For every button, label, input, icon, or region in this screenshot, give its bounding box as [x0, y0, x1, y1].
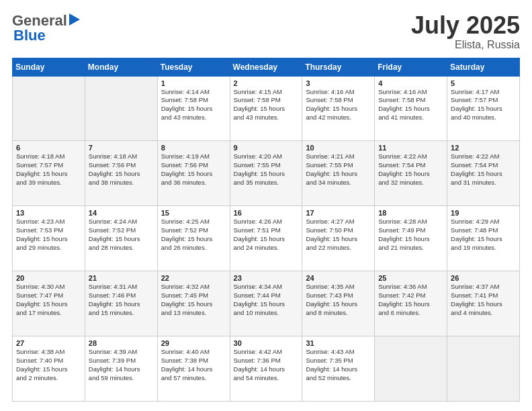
- day-info: Sunrise: 4:38 AM Sunset: 7:40 PM Dayligh…: [16, 348, 81, 382]
- day-number: 31: [306, 339, 371, 347]
- day-number: 16: [234, 209, 299, 217]
- day-number: 22: [161, 274, 226, 282]
- day-number: 18: [378, 209, 443, 217]
- location: Elista, Russia: [411, 39, 520, 51]
- day-info: Sunrise: 4:14 AM Sunset: 7:58 PM Dayligh…: [161, 88, 226, 122]
- calendar-cell: 1Sunrise: 4:14 AM Sunset: 7:58 PM Daylig…: [157, 76, 230, 141]
- day-number: 29: [161, 339, 226, 347]
- day-number: 24: [306, 274, 371, 282]
- day-info: Sunrise: 4:39 AM Sunset: 7:39 PM Dayligh…: [89, 348, 154, 382]
- calendar-cell: 17Sunrise: 4:27 AM Sunset: 7:50 PM Dayli…: [302, 206, 375, 271]
- day-number: 10: [306, 144, 371, 152]
- day-info: Sunrise: 4:28 AM Sunset: 7:49 PM Dayligh…: [378, 218, 443, 252]
- calendar-cell: 12Sunrise: 4:22 AM Sunset: 7:54 PM Dayli…: [447, 141, 520, 206]
- calendar-cell: [447, 336, 520, 402]
- day-number: 25: [378, 274, 443, 282]
- day-info: Sunrise: 4:25 AM Sunset: 7:52 PM Dayligh…: [161, 218, 226, 252]
- day-number: 2: [234, 79, 299, 87]
- calendar-cell: 29Sunrise: 4:40 AM Sunset: 7:38 PM Dayli…: [157, 336, 230, 402]
- day-info: Sunrise: 4:18 AM Sunset: 7:56 PM Dayligh…: [89, 152, 154, 187]
- calendar-cell: 6Sunrise: 4:18 AM Sunset: 7:57 PM Daylig…: [13, 141, 85, 206]
- calendar-cell: 23Sunrise: 4:34 AM Sunset: 7:44 PM Dayli…: [230, 271, 302, 336]
- day-info: Sunrise: 4:24 AM Sunset: 7:52 PM Dayligh…: [89, 218, 154, 252]
- day-info: Sunrise: 4:16 AM Sunset: 7:58 PM Dayligh…: [378, 88, 443, 122]
- day-number: 20: [16, 274, 81, 282]
- day-info: Sunrise: 4:17 AM Sunset: 7:57 PM Dayligh…: [451, 88, 516, 122]
- calendar-cell: 20Sunrise: 4:30 AM Sunset: 7:47 PM Dayli…: [13, 271, 85, 336]
- col-sunday: Sunday: [13, 58, 85, 76]
- logo-blue-text: Blue: [13, 27, 46, 44]
- calendar-cell: 22Sunrise: 4:32 AM Sunset: 7:45 PM Dayli…: [157, 271, 230, 336]
- calendar-cell: 21Sunrise: 4:31 AM Sunset: 7:46 PM Dayli…: [85, 271, 157, 336]
- day-number: 14: [89, 209, 154, 217]
- day-info: Sunrise: 4:37 AM Sunset: 7:41 PM Dayligh…: [451, 283, 516, 317]
- col-thursday: Thursday: [302, 58, 375, 76]
- calendar-week-row-1: 1Sunrise: 4:14 AM Sunset: 7:58 PM Daylig…: [13, 76, 520, 141]
- day-info: Sunrise: 4:43 AM Sunset: 7:35 PM Dayligh…: [306, 348, 371, 382]
- col-friday: Friday: [375, 58, 447, 76]
- day-number: 27: [16, 339, 81, 347]
- calendar-cell: 15Sunrise: 4:25 AM Sunset: 7:52 PM Dayli…: [157, 206, 230, 271]
- calendar-cell: 2Sunrise: 4:15 AM Sunset: 7:58 PM Daylig…: [230, 76, 302, 141]
- calendar-week-row-4: 20Sunrise: 4:30 AM Sunset: 7:47 PM Dayli…: [13, 271, 520, 336]
- day-info: Sunrise: 4:22 AM Sunset: 7:54 PM Dayligh…: [378, 152, 443, 187]
- col-tuesday: Tuesday: [157, 58, 230, 76]
- day-info: Sunrise: 4:34 AM Sunset: 7:44 PM Dayligh…: [234, 283, 299, 317]
- calendar-cell: 5Sunrise: 4:17 AM Sunset: 7:57 PM Daylig…: [447, 76, 520, 141]
- logo: General Blue: [12, 12, 80, 44]
- day-info: Sunrise: 4:22 AM Sunset: 7:54 PM Dayligh…: [451, 152, 516, 187]
- day-info: Sunrise: 4:42 AM Sunset: 7:36 PM Dayligh…: [234, 348, 299, 382]
- day-info: Sunrise: 4:30 AM Sunset: 7:47 PM Dayligh…: [16, 283, 81, 317]
- col-saturday: Saturday: [447, 58, 520, 76]
- day-number: 30: [234, 339, 299, 347]
- day-info: Sunrise: 4:35 AM Sunset: 7:43 PM Dayligh…: [306, 283, 371, 317]
- day-number: 28: [89, 339, 154, 347]
- day-number: 23: [234, 274, 299, 282]
- calendar-cell: 27Sunrise: 4:38 AM Sunset: 7:40 PM Dayli…: [13, 336, 85, 402]
- day-info: Sunrise: 4:26 AM Sunset: 7:51 PM Dayligh…: [234, 218, 299, 252]
- title-block: July 2025 Elista, Russia: [411, 12, 520, 51]
- calendar-cell: 7Sunrise: 4:18 AM Sunset: 7:56 PM Daylig…: [85, 141, 157, 206]
- calendar-cell: 9Sunrise: 4:20 AM Sunset: 7:55 PM Daylig…: [230, 141, 302, 206]
- day-info: Sunrise: 4:32 AM Sunset: 7:45 PM Dayligh…: [161, 283, 226, 317]
- calendar-week-row-5: 27Sunrise: 4:38 AM Sunset: 7:40 PM Dayli…: [13, 336, 520, 402]
- day-info: Sunrise: 4:29 AM Sunset: 7:48 PM Dayligh…: [451, 218, 516, 252]
- col-monday: Monday: [85, 58, 157, 76]
- calendar-cell: 11Sunrise: 4:22 AM Sunset: 7:54 PM Dayli…: [375, 141, 447, 206]
- calendar-cell: [85, 76, 157, 141]
- calendar-table: Sunday Monday Tuesday Wednesday Thursday…: [12, 58, 520, 402]
- calendar-cell: 24Sunrise: 4:35 AM Sunset: 7:43 PM Dayli…: [302, 271, 375, 336]
- svg-marker-0: [69, 13, 80, 26]
- day-number: 6: [16, 144, 81, 152]
- day-info: Sunrise: 4:31 AM Sunset: 7:46 PM Dayligh…: [89, 283, 154, 317]
- day-number: 12: [451, 144, 516, 152]
- day-number: 3: [306, 79, 371, 87]
- day-info: Sunrise: 4:23 AM Sunset: 7:53 PM Dayligh…: [16, 218, 81, 252]
- calendar-week-row-2: 6Sunrise: 4:18 AM Sunset: 7:57 PM Daylig…: [13, 141, 520, 206]
- day-number: 8: [161, 144, 226, 152]
- calendar-cell: 18Sunrise: 4:28 AM Sunset: 7:49 PM Dayli…: [375, 206, 447, 271]
- calendar-cell: 30Sunrise: 4:42 AM Sunset: 7:36 PM Dayli…: [230, 336, 302, 402]
- calendar-cell: 28Sunrise: 4:39 AM Sunset: 7:39 PM Dayli…: [85, 336, 157, 402]
- day-number: 13: [16, 209, 81, 217]
- calendar-cell: 4Sunrise: 4:16 AM Sunset: 7:58 PM Daylig…: [375, 76, 447, 141]
- calendar-cell: 8Sunrise: 4:19 AM Sunset: 7:56 PM Daylig…: [157, 141, 230, 206]
- calendar-week-row-3: 13Sunrise: 4:23 AM Sunset: 7:53 PM Dayli…: [13, 206, 520, 271]
- calendar-header-row: Sunday Monday Tuesday Wednesday Thursday…: [13, 58, 520, 76]
- calendar-cell: [13, 76, 85, 141]
- day-number: 17: [306, 209, 371, 217]
- day-info: Sunrise: 4:21 AM Sunset: 7:55 PM Dayligh…: [306, 152, 371, 187]
- calendar-cell: 31Sunrise: 4:43 AM Sunset: 7:35 PM Dayli…: [302, 336, 375, 402]
- day-info: Sunrise: 4:15 AM Sunset: 7:58 PM Dayligh…: [234, 88, 299, 122]
- day-number: 19: [451, 209, 516, 217]
- day-number: 5: [451, 79, 516, 87]
- calendar-cell: [375, 336, 447, 402]
- calendar-cell: 10Sunrise: 4:21 AM Sunset: 7:55 PM Dayli…: [302, 141, 375, 206]
- day-number: 21: [89, 274, 154, 282]
- day-number: 15: [161, 209, 226, 217]
- day-info: Sunrise: 4:19 AM Sunset: 7:56 PM Dayligh…: [161, 152, 226, 187]
- day-number: 26: [451, 274, 516, 282]
- day-info: Sunrise: 4:27 AM Sunset: 7:50 PM Dayligh…: [306, 218, 371, 252]
- calendar-cell: 25Sunrise: 4:36 AM Sunset: 7:42 PM Dayli…: [375, 271, 447, 336]
- day-number: 11: [378, 144, 443, 152]
